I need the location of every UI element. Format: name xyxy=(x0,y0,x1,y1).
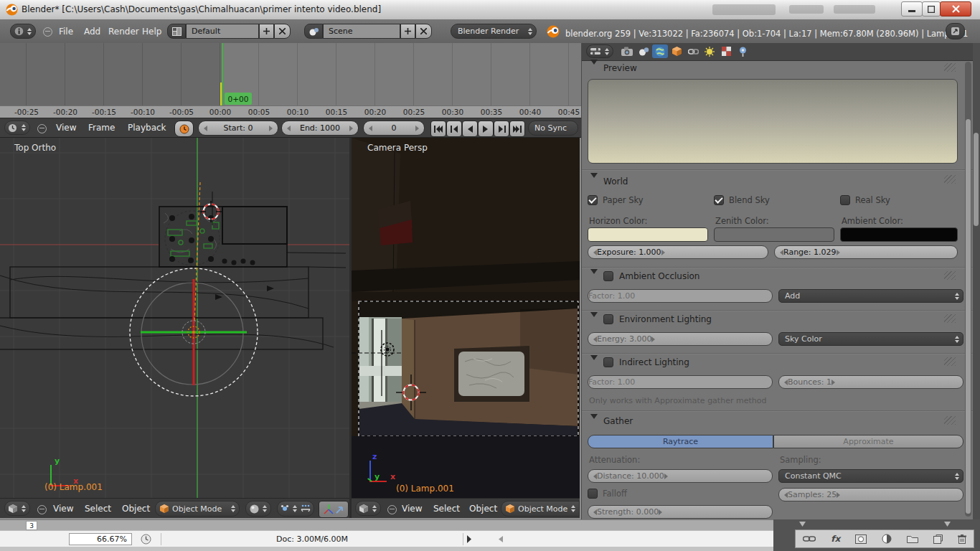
scene-name-field[interactable]: Scene xyxy=(323,24,400,39)
gather-approximate-button[interactable]: Approximate xyxy=(773,435,963,448)
object-menu[interactable]: Object xyxy=(122,504,150,514)
zenith-color-swatch[interactable] xyxy=(714,227,834,242)
falloff-checkbox[interactable]: Falloff xyxy=(588,489,627,499)
env-panel-toggle[interactable] xyxy=(590,317,598,331)
view-menu[interactable]: View xyxy=(53,504,73,514)
real-sky-checkbox[interactable]: Real Sky xyxy=(840,195,890,205)
menu-add[interactable]: Add xyxy=(84,27,100,37)
range-slider[interactable]: Range: 1.029 xyxy=(774,245,958,259)
current-frame-line[interactable] xyxy=(222,43,223,105)
indirect-panel-toggle[interactable] xyxy=(590,360,598,374)
render-engine-dropdown[interactable]: Blender Render xyxy=(451,24,537,39)
timeline-menu-view[interactable]: View xyxy=(56,123,76,133)
maximize-button[interactable] xyxy=(922,1,941,17)
collapse-menus-icon[interactable] xyxy=(37,505,47,514)
close-button[interactable] xyxy=(940,1,971,17)
ao-factor-field[interactable]: Factor: 1.00 xyxy=(588,289,773,303)
layer-mask-icon[interactable] xyxy=(855,534,867,544)
timeline-menu-frame[interactable]: Frame xyxy=(88,123,115,133)
minimize-button[interactable] xyxy=(901,1,923,17)
gather-panel-toggle[interactable] xyxy=(590,419,598,433)
adjustment-layer-icon[interactable] xyxy=(882,534,892,544)
tab-scene[interactable] xyxy=(636,44,651,58)
indirect-enable-checkbox[interactable] xyxy=(603,357,613,367)
jump-to-start-button[interactable] xyxy=(430,121,446,137)
collapse-menus-icon[interactable] xyxy=(43,27,52,37)
document-size-status[interactable]: Doc: 3.00M/6.00M xyxy=(161,533,463,545)
scrollbar-thumb[interactable] xyxy=(966,119,971,514)
tab-texture[interactable] xyxy=(718,44,734,58)
paper-sky-checkbox[interactable]: Paper Sky xyxy=(588,195,644,205)
hscroll-left-arrow-icon[interactable] xyxy=(498,536,503,542)
pivot-snap-group[interactable] xyxy=(277,501,314,517)
editor-type-timeline-button[interactable] xyxy=(4,121,30,135)
increment-arrow-icon[interactable] xyxy=(837,492,840,498)
editor-type-info-button[interactable] xyxy=(10,24,36,39)
panel-grip-icon[interactable] xyxy=(944,271,956,280)
increment-arrow-icon[interactable] xyxy=(831,380,835,385)
attenuation-distance-slider[interactable]: Distance: 10.000 xyxy=(588,469,773,483)
zoom-level-field[interactable]: 66.67% xyxy=(69,533,132,545)
collapse-menus-icon[interactable] xyxy=(387,505,397,514)
blend-sky-checkbox[interactable]: Blend Sky xyxy=(714,195,770,205)
increment-arrow-icon[interactable] xyxy=(661,250,665,255)
menu-file[interactable]: File xyxy=(59,27,73,37)
layer-style-fx-icon[interactable]: fx xyxy=(831,534,840,544)
add-layout-button[interactable] xyxy=(259,24,274,39)
editor-type-properties-button[interactable] xyxy=(586,44,613,58)
add-scene-button[interactable] xyxy=(400,24,415,39)
panel-grip-icon[interactable] xyxy=(944,63,956,72)
delete-scene-button[interactable] xyxy=(415,24,432,39)
indirect-bounces-slider[interactable]: Bounces: 1 xyxy=(778,375,963,389)
tab-physics[interactable] xyxy=(735,44,750,58)
ao-blend-dropdown[interactable]: Add xyxy=(778,289,963,303)
timeline-track[interactable]: 0+00 xyxy=(0,43,581,105)
ao-enable-checkbox[interactable] xyxy=(603,271,613,281)
exposure-slider[interactable]: Exposure: 1.000 xyxy=(588,245,768,259)
panel-grip-icon[interactable] xyxy=(944,416,956,425)
increment-arrow-icon[interactable] xyxy=(837,250,840,255)
scene-icon-button[interactable] xyxy=(304,24,323,39)
scroll-down-arrow-icon[interactable] xyxy=(799,522,806,527)
samples-slider[interactable]: Samples: 25 xyxy=(778,488,963,501)
ao-panel-toggle[interactable] xyxy=(590,274,598,288)
mode-dropdown[interactable]: Object Mode xyxy=(501,501,580,517)
mode-dropdown[interactable]: Object Mode xyxy=(155,501,240,517)
manipulator-toggle-group[interactable] xyxy=(319,501,349,518)
sampling-dropdown[interactable]: Constant QMC xyxy=(778,469,963,483)
properties-scrollbar[interactable] xyxy=(965,62,971,517)
timeline-menu-playback[interactable]: Playback xyxy=(128,123,166,133)
screen-layout-name-field[interactable]: Default xyxy=(186,24,259,39)
tab-render[interactable] xyxy=(619,44,635,58)
jump-to-end-button[interactable] xyxy=(509,121,525,137)
increment-arrow-icon[interactable] xyxy=(664,474,668,479)
increment-arrow-icon[interactable] xyxy=(415,126,419,131)
increment-arrow-icon[interactable] xyxy=(651,336,655,342)
viewport-top-ortho[interactable]: Top Ortho y x (0) Lamp.001 View Select O… xyxy=(0,138,350,518)
env-energy-slider[interactable]: Energy: 3.000 xyxy=(588,332,773,346)
link-layers-icon[interactable] xyxy=(803,535,816,542)
delete-layer-trash-icon[interactable] xyxy=(958,534,966,544)
increment-arrow-icon[interactable] xyxy=(269,126,273,131)
layer-group-folder-icon[interactable] xyxy=(907,534,918,543)
preview-panel-toggle[interactable] xyxy=(590,65,598,78)
panel-grip-icon[interactable] xyxy=(944,314,956,323)
ambient-color-swatch[interactable] xyxy=(840,227,958,242)
screen-layout-icon-button[interactable] xyxy=(167,24,186,39)
end-frame-field[interactable]: End: 1000 xyxy=(281,121,359,136)
scroll-down-arrow-icon[interactable] xyxy=(944,522,951,527)
tab-world[interactable] xyxy=(652,44,668,58)
timeline-ruler[interactable]: -00:25 -00:20 -00:15 -00:10 -00:05 00:00… xyxy=(0,105,581,118)
viewport-camera-persp[interactable]: Camera Persp z y x (0) Lamp.001 View Sel… xyxy=(352,138,580,518)
attenuation-strength-slider[interactable]: Strength: 0.000 xyxy=(588,505,773,519)
tab-constraints[interactable] xyxy=(685,44,701,58)
current-frame-field[interactable]: 0 xyxy=(363,121,425,136)
select-menu[interactable]: Select xyxy=(433,504,460,514)
panel-grip-icon[interactable] xyxy=(944,357,956,366)
increment-arrow-icon[interactable] xyxy=(659,509,662,515)
delete-layout-button[interactable] xyxy=(274,24,291,39)
sync-mode-dropdown[interactable]: No Sync xyxy=(528,121,578,136)
play-reverse-button[interactable] xyxy=(462,121,478,137)
indirect-factor-field[interactable]: Factor: 1.00 xyxy=(588,375,773,389)
tab-object[interactable] xyxy=(669,44,684,58)
